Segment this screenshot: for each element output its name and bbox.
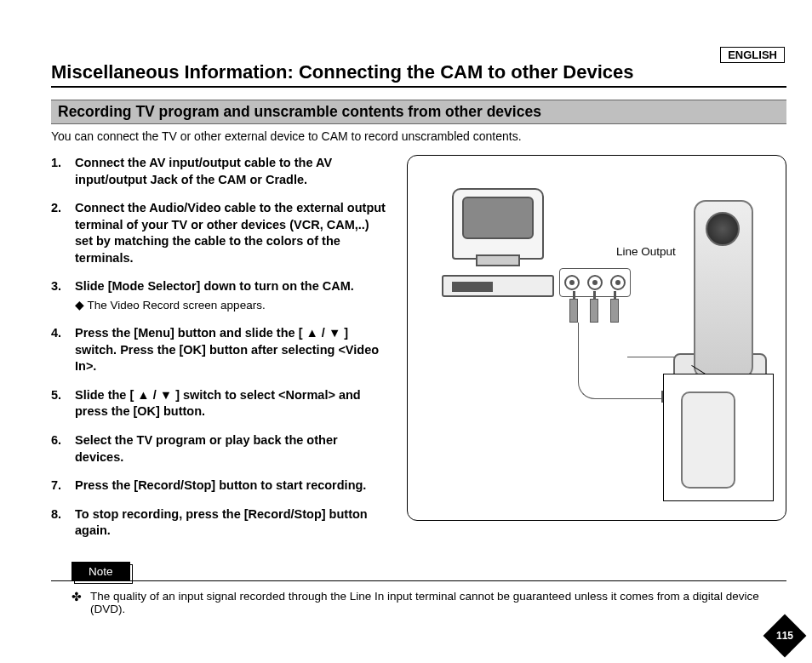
tv-icon (452, 188, 544, 260)
step-text: Connect the Audio/Video cable to the ext… (75, 201, 386, 265)
steps-list: Connect the AV input/output cable to the… (51, 155, 388, 540)
intro-text: You can connect the TV or other external… (51, 129, 786, 143)
step-8: To stop recording, press the [Record/Sto… (51, 506, 388, 540)
note-section: Note ✤ The quality of an input signal re… (51, 562, 786, 615)
step-4: Press the [Menu] button and slide the [ … (51, 325, 388, 375)
step-3: Slide [Mode Selector] down to turn on th… (51, 278, 388, 313)
steps-column: Connect the AV input/output cable to the… (51, 155, 388, 552)
plug-icon (590, 299, 598, 323)
step-sub-text: The Video Record screen appears. (88, 299, 266, 311)
note-text: The quality of an input signal recorded … (90, 590, 786, 615)
jack-icon (587, 275, 603, 290)
bullet-icon: ✤ (71, 590, 90, 615)
step-text: Connect the AV input/output cable to the… (75, 156, 332, 186)
step-text: Press the [Menu] button and slide the [ … (75, 326, 379, 373)
step-text: Select the TV program or play back the o… (75, 433, 338, 464)
step-sub: ◆ The Video Record screen appears. (75, 298, 388, 313)
step-text: To stop recording, press the [Record/Sto… (75, 507, 368, 538)
vcr-icon (442, 275, 554, 297)
step-2: Connect the Audio/Video cable to the ext… (51, 200, 388, 266)
zoom-detail-icon (663, 374, 774, 501)
page-title: Miscellaneous Information: Connecting th… (51, 61, 786, 88)
step-7: Press the [Record/Stop] button to start … (51, 477, 388, 494)
page-number-text: 115 (769, 630, 800, 642)
jack-icon (564, 275, 580, 290)
note-label: Note (71, 562, 130, 581)
step-5: Slide the [ ▲ / ▼ ] switch to select <No… (51, 387, 388, 420)
note-item: ✤ The quality of an input signal recorde… (51, 590, 786, 615)
page-number: 115 (769, 620, 800, 651)
step-text: Press the [Record/Stop] button to start … (75, 478, 366, 492)
plug-icon (610, 299, 619, 323)
diagram-label: Line Output (616, 245, 676, 258)
plug-icon (569, 299, 578, 323)
connection-diagram: Line Output (407, 155, 786, 521)
section-heading: Recording TV program and unscramble cont… (51, 100, 786, 124)
step-text: Slide the [ ▲ / ▼ ] switch to select <No… (75, 388, 361, 419)
step-6: Select the TV program or play back the o… (51, 432, 388, 466)
divider (51, 580, 786, 581)
language-badge: ENGLISH (720, 47, 785, 63)
step-text: Slide [Mode Selector] down to turn on th… (75, 279, 354, 293)
jack-icon (610, 275, 626, 290)
lens-icon (706, 212, 740, 246)
step-1: Connect the AV input/output cable to the… (51, 155, 388, 188)
